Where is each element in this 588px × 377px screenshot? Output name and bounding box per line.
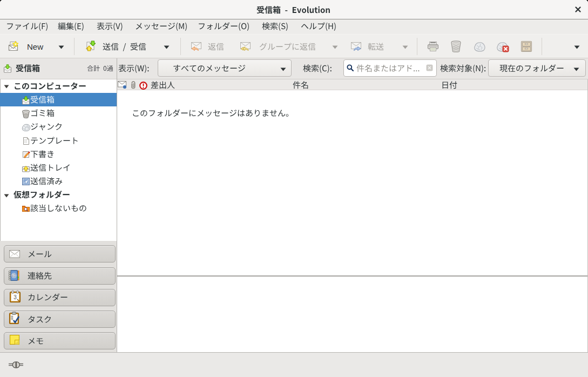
svg-text:@: @	[11, 273, 16, 278]
svg-text:3: 3	[13, 294, 17, 300]
